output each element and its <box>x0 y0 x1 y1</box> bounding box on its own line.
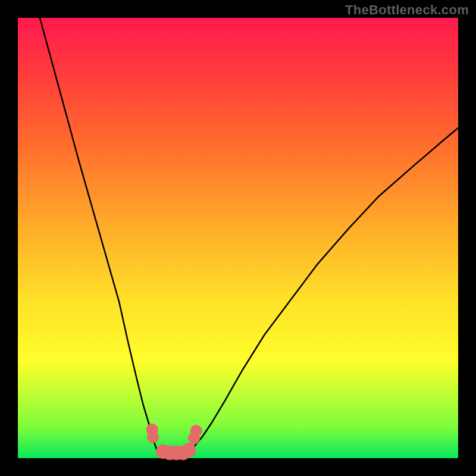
valley-marker <box>148 431 159 443</box>
valley-marker <box>181 443 196 458</box>
curve-layer <box>18 18 458 458</box>
watermark-label: TheBottleneck.com <box>345 2 469 18</box>
valley-marker <box>190 425 202 437</box>
valley-marker-group <box>146 424 202 460</box>
bottleneck-curve <box>40 18 458 455</box>
chart-frame: TheBottleneck.com <box>0 0 476 476</box>
